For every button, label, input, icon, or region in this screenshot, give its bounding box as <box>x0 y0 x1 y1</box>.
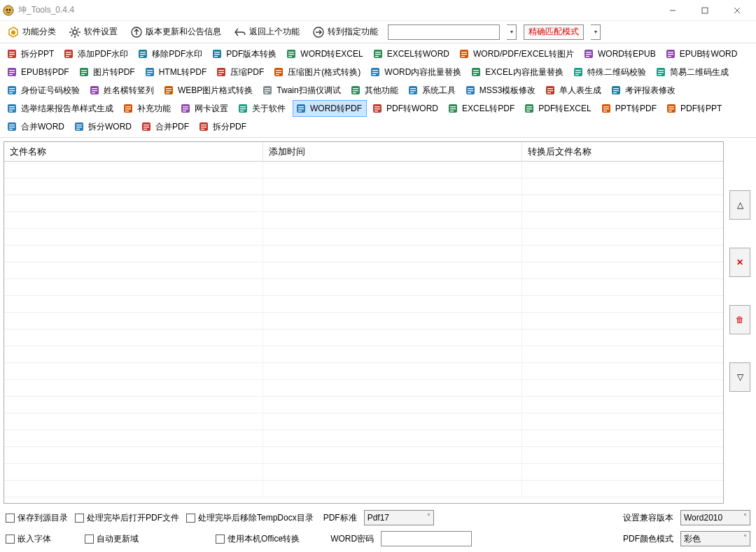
move-down-button[interactable]: ▽ <box>729 362 750 392</box>
column-filename[interactable]: 文件名称 <box>4 142 263 161</box>
checkbox-remove-temp[interactable]: 处理完毕后移除TempDocx目录 <box>186 512 314 524</box>
table-row[interactable] <box>4 229 723 246</box>
tool-button-label: 姓名横转竖列 <box>104 85 154 97</box>
table-row[interactable] <box>4 296 723 313</box>
table-row[interactable] <box>4 279 723 296</box>
compat-version-combo[interactable]: Word2010 <box>680 510 750 525</box>
tool-button-30[interactable]: 关于软件 <box>235 100 290 117</box>
tool-button-16[interactable]: 特殊二维码校验 <box>570 64 650 80</box>
tool-button-25[interactable]: 单人表生成 <box>542 82 606 99</box>
table-row[interactable] <box>4 178 723 195</box>
tool-button-23[interactable]: 系统工具 <box>405 82 460 99</box>
checkbox-auto-update-field[interactable]: 自动更新域 <box>85 533 139 545</box>
function-search-input[interactable] <box>388 24 500 40</box>
checkbox-use-local-office[interactable]: 使用本机Office转换 <box>216 533 300 545</box>
tool-button-31[interactable]: WORD转PDF <box>293 100 367 117</box>
tool-button-39[interactable]: 合并PDF <box>139 118 193 135</box>
tool-button-0[interactable]: 拆分PPT <box>4 45 58 62</box>
checkbox-embed-font[interactable]: 嵌入字体 <box>6 533 51 545</box>
tool-button-19[interactable]: 姓名横转竖列 <box>87 82 158 99</box>
close-button[interactable] <box>721 0 753 21</box>
word-password-input[interactable] <box>381 531 472 546</box>
tool-button-1[interactable]: 添加PDF水印 <box>61 45 132 62</box>
search-dropdown-button[interactable]: ▾ <box>507 24 517 40</box>
tool-button-10[interactable]: 图片转PDF <box>76 64 139 80</box>
match-mode-button[interactable]: 精确匹配模式 <box>524 24 584 40</box>
tool-button-22[interactable]: 其他功能 <box>348 82 402 99</box>
checkbox-open-after[interactable]: 处理完毕后打开PDF文件 <box>75 512 179 524</box>
match-mode-dropdown-button[interactable]: ▾ <box>591 24 601 40</box>
tool-button-17[interactable]: 简易二维码生成 <box>653 64 733 80</box>
tool-button-18[interactable]: 身份证号码校验 <box>4 82 84 99</box>
menu-category[interactable]: 功能分类 <box>4 24 59 40</box>
menu-back[interactable]: 返回上个功能 <box>231 24 302 40</box>
table-row[interactable] <box>4 330 723 346</box>
tool-button-8[interactable]: EPUB转WORD <box>663 45 742 62</box>
svg-rect-29 <box>140 52 146 52</box>
tool-button-32[interactable]: PDF转WORD <box>370 100 442 117</box>
table-row[interactable] <box>4 313 723 330</box>
table-row[interactable] <box>4 262 723 279</box>
tool-button-28[interactable]: 补充功能 <box>120 100 175 117</box>
table-row[interactable] <box>4 346 723 363</box>
move-up-button[interactable]: △ <box>729 190 750 220</box>
tool-button-12[interactable]: 压缩PDF <box>214 64 268 80</box>
table-row[interactable] <box>4 464 723 481</box>
delete-button[interactable]: 🗑 <box>729 305 750 334</box>
pdf-standard-combo[interactable]: Pdf17 <box>364 510 434 525</box>
tool-button-2[interactable]: 移除PDF水印 <box>135 45 206 62</box>
column-added-time[interactable]: 添加时间 <box>263 142 522 161</box>
menu-goto[interactable]: 转到指定功能 <box>309 24 381 40</box>
svg-rect-45 <box>461 52 467 52</box>
tool-button-29[interactable]: 网卡设置 <box>178 100 232 117</box>
tool-button-37[interactable]: 合并WORD <box>4 118 69 135</box>
tool-button-4[interactable]: WORD转EXCEL <box>284 45 367 62</box>
checkbox-save-to-source[interactable]: 保存到源目录 <box>6 512 68 524</box>
tool-button-14[interactable]: WORD内容批量替换 <box>368 64 465 80</box>
maximize-button[interactable] <box>689 0 721 21</box>
table-row[interactable] <box>4 447 723 464</box>
table-body[interactable] <box>4 162 723 503</box>
table-row[interactable] <box>4 380 723 397</box>
tool-button-35[interactable]: PPT转PDF <box>598 100 661 117</box>
tool-icon <box>369 66 382 78</box>
table-row[interactable] <box>4 246 723 262</box>
tool-button-21[interactable]: Twain扫描仪调试 <box>260 82 344 99</box>
svg-rect-103 <box>166 92 169 93</box>
table-row[interactable] <box>4 195 723 212</box>
table-row[interactable] <box>4 162 723 178</box>
remove-item-button[interactable]: ✕ <box>729 248 750 277</box>
tool-button-13[interactable]: 压缩图片(格式转换) <box>271 64 365 80</box>
column-output-name[interactable]: 转换后文件名称 <box>522 142 723 161</box>
tool-button-27[interactable]: 选举结果报告单样式生成 <box>4 100 118 117</box>
tool-button-9[interactable]: EPUB转PDF <box>4 64 74 80</box>
svg-rect-170 <box>9 127 15 127</box>
tool-button-15[interactable]: EXCEL内容批量替换 <box>468 64 567 80</box>
tool-button-11[interactable]: HTML转PDF <box>142 64 211 80</box>
svg-rect-62 <box>81 72 87 73</box>
tool-button-7[interactable]: WORD转EPUB <box>581 45 660 62</box>
menu-settings[interactable]: 软件设置 <box>66 24 120 40</box>
tool-button-3[interactable]: PDF版本转换 <box>209 45 281 62</box>
color-mode-combo[interactable]: 彩色 <box>680 531 750 546</box>
tool-button-34[interactable]: PDF转EXCEL <box>522 100 595 117</box>
tool-button-40[interactable]: 拆分PDF <box>196 118 251 135</box>
tool-button-38[interactable]: 拆分WORD <box>71 118 136 135</box>
table-row[interactable] <box>4 363 723 380</box>
table-row[interactable] <box>4 430 723 447</box>
minimize-button[interactable] <box>657 0 689 21</box>
tool-button-label: 合并WORD <box>21 121 64 133</box>
menu-update[interactable]: 版本更新和公告信息 <box>127 24 224 40</box>
tool-button-33[interactable]: EXCEL转PDF <box>445 100 519 117</box>
tool-button-36[interactable]: PDF转PPT <box>664 100 726 117</box>
tool-button-6[interactable]: WORD/PDF/EXCEL转图片 <box>456 45 578 62</box>
tool-button-26[interactable]: 考评报表修改 <box>608 82 680 99</box>
table-row[interactable] <box>4 397 723 413</box>
tool-button-5[interactable]: EXCEL转WORD <box>370 45 454 62</box>
tool-button-20[interactable]: WEBP图片格式转换 <box>161 82 257 99</box>
table-row[interactable] <box>4 212 723 229</box>
table-row[interactable] <box>4 413 723 430</box>
tool-button-24[interactable]: MSS3模板修改 <box>463 82 540 99</box>
tool-icon <box>407 84 419 97</box>
table-row[interactable] <box>4 481 723 497</box>
